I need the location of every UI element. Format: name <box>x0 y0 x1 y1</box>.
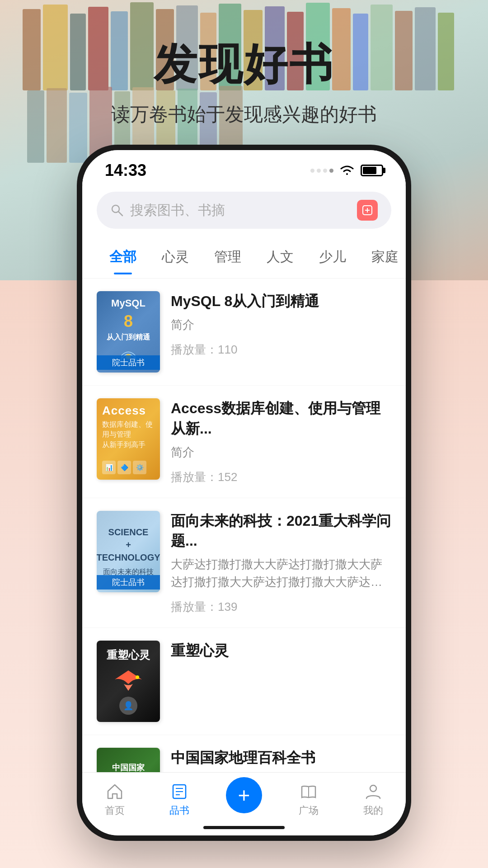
nav-square[interactable]: 广场 <box>286 782 331 817</box>
book-list: MySQL 8 从入门到精通 院士品书 MySQL 8从入 <box>82 278 406 815</box>
book-title: 中国国家地理百科全书 <box>171 748 391 768</box>
tab-renwen[interactable]: 人文 <box>254 241 306 274</box>
nav-profile-label: 我的 <box>363 804 383 817</box>
wifi-icon <box>339 164 355 177</box>
search-bar[interactable]: 搜索图书、书摘 <box>97 192 391 229</box>
book-cover-access: Access 数据库创建、使用与管理从新手到高手 📊 🔷 ⚙ <box>97 398 160 480</box>
book-cover-wrap: 重塑心灵 👤 <box>97 641 160 722</box>
hero-title: 发现好书 <box>154 36 334 94</box>
status-bar: 14:33 <box>82 150 406 184</box>
book-play-count: 播放量：152 <box>171 469 391 485</box>
hero-subtitle: 读万卷书始于发现感兴趣的好书 <box>111 102 377 127</box>
person-icon <box>364 782 383 801</box>
book-info: 重塑心灵 <box>171 641 391 661</box>
book-cover-wrap: Access 数据库创建、使用与管理从新手到高手 📊 🔷 ⚙ <box>97 398 160 480</box>
tab-guanli[interactable]: 管理 <box>202 241 254 274</box>
book-title: 重塑心灵 <box>171 641 391 661</box>
book-item[interactable]: MySQL 8 从入门到精通 院士品书 MySQL 8从入 <box>82 278 406 386</box>
book-info: Access数据库创建、使用与管理从新... 简介 播放量：152 <box>171 398 391 485</box>
tab-shaoe[interactable]: 少儿 <box>306 241 359 274</box>
nav-pinbook[interactable]: 品书 <box>157 782 202 817</box>
hero-section: 发现好书 读万卷书始于发现感兴趣的好书 <box>0 0 488 163</box>
book-title: MySQL 8从入门到精通 <box>171 291 391 311</box>
nav-home[interactable]: 首页 <box>92 782 137 817</box>
search-placeholder: 搜索图书、书摘 <box>130 201 351 220</box>
book-list-icon <box>170 782 189 801</box>
nav-add[interactable]: + <box>221 777 267 822</box>
book-info: MySQL 8从入门到精通 简介 播放量：110 <box>171 291 391 358</box>
open-book-icon <box>299 782 318 801</box>
svg-line-31 <box>118 212 122 216</box>
tab-active-indicator <box>114 273 132 274</box>
nav-pinbook-label: 品书 <box>169 804 189 817</box>
search-icon <box>110 203 124 217</box>
tab-jiating[interactable]: 家庭 <box>359 241 406 274</box>
svg-point-42 <box>370 785 376 792</box>
search-badge-icon[interactable] <box>357 200 378 221</box>
signal-icon <box>310 169 333 173</box>
book-badge: 院士品书 <box>97 575 160 590</box>
category-tabs: 全部 心灵 管理 人文 少儿 家庭 创业 <box>82 236 406 278</box>
book-cover-chongshu: 重塑心灵 👤 <box>97 641 160 722</box>
status-icons <box>310 164 383 177</box>
battery-icon <box>361 165 383 176</box>
book-play-count: 播放量：139 <box>171 599 391 615</box>
book-title: 面向未来的科技：2021重大科学问题... <box>171 511 391 552</box>
add-button[interactable]: + <box>226 777 262 813</box>
status-time: 14:33 <box>105 161 146 180</box>
home-indicator <box>203 826 285 829</box>
book-item[interactable]: SCIENCE+TECHNOLOGY 面向未来的科技 院士品书 面向未来的科技：… <box>82 498 406 628</box>
book-desc: 简介 <box>171 443 391 461</box>
book-cover-wrap: SCIENCE+TECHNOLOGY 面向未来的科技 院士品书 <box>97 511 160 592</box>
svg-point-36 <box>136 675 139 679</box>
book-item[interactable]: Access 数据库创建、使用与管理从新手到高手 📊 🔷 ⚙ <box>82 386 406 498</box>
nav-square-label: 广场 <box>299 804 319 817</box>
home-icon <box>105 782 124 801</box>
book-item[interactable]: 重塑心灵 👤 重塑心灵 <box>82 628 406 735</box>
book-title: Access数据库创建、使用与管理从新... <box>171 398 391 439</box>
book-info: 面向未来的科技：2021重大科学问题... 大萨达打撒打撒大大萨达打撒打撒大大萨… <box>171 511 391 615</box>
nav-profile[interactable]: 我的 <box>351 782 396 817</box>
bird-icon <box>113 666 144 693</box>
nav-home-label: 首页 <box>105 804 125 817</box>
tab-xinling[interactable]: 心灵 <box>149 241 202 274</box>
book-desc: 简介 <box>171 316 391 334</box>
book-play-count: 播放量：110 <box>171 342 391 358</box>
book-badge: 院士品书 <box>97 355 160 370</box>
phone-screen: 14:33 <box>82 150 406 835</box>
book-cover-wrap: MySQL 8 从入门到精通 院士品书 <box>97 291 160 373</box>
tab-all[interactable]: 全部 <box>97 241 149 274</box>
book-desc: 大萨达打撒打撒大大萨达打撒打撒大大萨达打撒打撒大大萨达打撒打撒大大萨达打撒打撒大… <box>171 556 391 591</box>
phone-frame: 14:33 <box>77 145 411 841</box>
